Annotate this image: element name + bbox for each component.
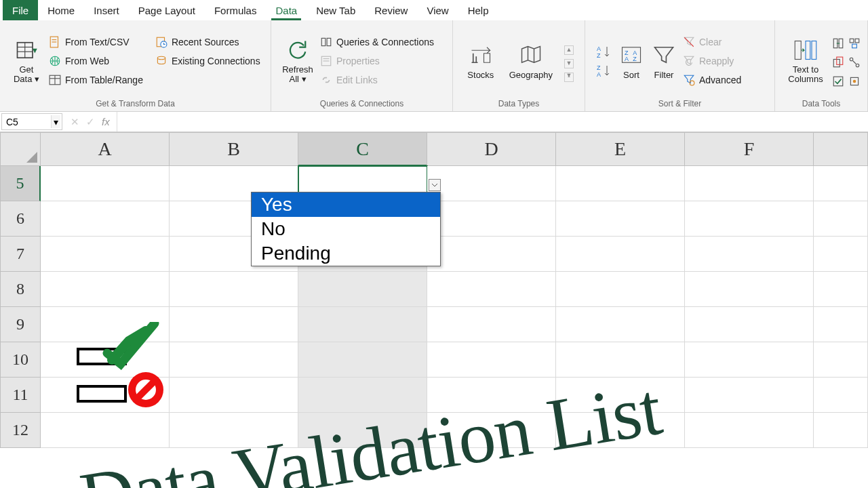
flash-fill-icon[interactable] xyxy=(832,37,844,49)
remove-duplicates-icon[interactable] xyxy=(832,56,844,68)
cell[interactable] xyxy=(41,237,170,272)
cell[interactable] xyxy=(427,342,556,378)
sort-desc-button[interactable]: ZA xyxy=(596,63,611,78)
cancel-icon[interactable]: ✕ xyxy=(71,116,79,128)
filter-button[interactable]: Filter xyxy=(648,24,680,98)
cell[interactable] xyxy=(556,201,685,237)
tab-data[interactable]: Data xyxy=(266,0,307,20)
tab-help[interactable]: Help xyxy=(458,0,498,20)
cell[interactable] xyxy=(41,272,170,307)
relationships-icon[interactable] xyxy=(848,56,861,68)
geography-button[interactable]: Geography xyxy=(507,24,555,98)
row-header[interactable]: 7 xyxy=(0,237,41,272)
file-tab[interactable]: File xyxy=(3,0,38,20)
tab-home[interactable]: Home xyxy=(38,0,84,20)
from-text-csv-button[interactable]: From Text/CSV xyxy=(49,35,143,49)
cell[interactable] xyxy=(556,272,685,307)
from-web-button[interactable]: From Web xyxy=(49,54,143,68)
cell[interactable] xyxy=(685,201,814,237)
from-table-range-button[interactable]: From Table/Range xyxy=(49,73,143,87)
tab-page-layout[interactable]: Page Layout xyxy=(129,0,205,20)
cell[interactable] xyxy=(556,237,685,272)
existing-connections-button[interactable]: Existing Connections xyxy=(155,54,260,68)
col-header-b[interactable]: B xyxy=(170,132,298,166)
cell[interactable] xyxy=(814,378,868,413)
row-header[interactable]: 8 xyxy=(0,272,41,307)
col-header-d[interactable]: D xyxy=(427,132,556,166)
cell[interactable] xyxy=(814,237,868,272)
cell[interactable] xyxy=(427,307,556,342)
cell[interactable] xyxy=(685,413,814,448)
cell[interactable] xyxy=(814,166,868,201)
tab-review[interactable]: Review xyxy=(365,0,417,20)
cell[interactable] xyxy=(685,342,814,378)
select-all-button[interactable] xyxy=(0,132,41,166)
tab-view[interactable]: View xyxy=(417,0,458,20)
sort-asc-button[interactable]: AZ xyxy=(596,44,611,59)
col-header-f[interactable]: F xyxy=(685,132,814,166)
gallery-more-icon[interactable]: ▼‾ xyxy=(564,73,574,82)
row-header[interactable]: 12 xyxy=(0,413,41,448)
text-to-columns-button[interactable]: Text toColumns xyxy=(782,24,829,98)
recent-sources-button[interactable]: Recent Sources xyxy=(155,35,260,49)
row-header[interactable]: 11 xyxy=(0,378,41,413)
cell[interactable] xyxy=(685,166,814,201)
cell[interactable] xyxy=(41,166,170,201)
queries-connections-button[interactable]: Queries & Connections xyxy=(320,35,434,49)
cell[interactable] xyxy=(814,272,868,307)
cell[interactable] xyxy=(556,307,685,342)
col-header-a[interactable]: A xyxy=(41,132,170,166)
data-model-icon[interactable] xyxy=(848,75,861,87)
row-header[interactable]: 9 xyxy=(0,307,41,342)
cell[interactable] xyxy=(685,272,814,307)
dropdown-option-yes[interactable]: Yes xyxy=(252,192,440,217)
gallery-up-icon[interactable]: ▲ xyxy=(564,45,574,55)
cell[interactable] xyxy=(170,307,298,342)
chevron-down-icon[interactable]: ▾ xyxy=(51,115,60,128)
cell[interactable] xyxy=(298,307,427,342)
validation-dropdown-button[interactable] xyxy=(429,179,441,191)
col-header-e[interactable]: E xyxy=(556,132,685,166)
cell[interactable] xyxy=(170,342,298,378)
row-header[interactable]: 5 xyxy=(0,166,41,201)
cell[interactable] xyxy=(427,237,556,272)
cell[interactable] xyxy=(814,342,868,378)
cell[interactable] xyxy=(814,201,868,237)
advanced-button[interactable]: Advanced xyxy=(683,73,741,87)
cell[interactable] xyxy=(427,201,556,237)
cell[interactable] xyxy=(298,342,427,378)
col-header-g[interactable] xyxy=(814,132,868,166)
refresh-all-button[interactable]: RefreshAll ▾ xyxy=(278,24,317,98)
cell[interactable] xyxy=(814,307,868,342)
cell[interactable] xyxy=(170,378,298,413)
cell[interactable] xyxy=(685,378,814,413)
get-data-button[interactable]: GetData ▾ xyxy=(7,24,46,98)
tab-formulas[interactable]: Formulas xyxy=(205,0,267,20)
dropdown-option-no[interactable]: No xyxy=(252,217,440,241)
dropdown-option-pending[interactable]: Pending xyxy=(252,241,440,266)
formula-input[interactable] xyxy=(117,112,868,131)
data-validation-icon[interactable] xyxy=(832,75,844,87)
sort-button[interactable]: ZAAZ Sort xyxy=(615,24,648,98)
gallery-down-icon[interactable]: ▼ xyxy=(564,59,574,68)
row-header[interactable]: 10 xyxy=(0,342,41,378)
consolidate-icon[interactable] xyxy=(848,37,861,49)
col-header-c[interactable]: C xyxy=(298,132,427,166)
cell[interactable] xyxy=(170,272,298,307)
name-box[interactable]: C5 ▾ xyxy=(1,113,62,130)
cell[interactable] xyxy=(685,307,814,342)
cell[interactable] xyxy=(427,272,556,307)
cell[interactable] xyxy=(814,413,868,448)
cell[interactable] xyxy=(427,166,556,201)
fx-icon[interactable]: fx xyxy=(102,116,110,127)
confirm-icon[interactable]: ✓ xyxy=(86,116,95,128)
cell[interactable] xyxy=(298,272,427,307)
tab-new-tab[interactable]: New Tab xyxy=(307,0,365,20)
cell[interactable] xyxy=(556,166,685,201)
cell[interactable] xyxy=(41,201,170,237)
cell[interactable] xyxy=(41,413,170,448)
stocks-button[interactable]: Stocks xyxy=(460,24,502,98)
row-header[interactable]: 6 xyxy=(0,201,41,237)
cell[interactable] xyxy=(685,237,814,272)
tab-insert[interactable]: Insert xyxy=(84,0,129,20)
